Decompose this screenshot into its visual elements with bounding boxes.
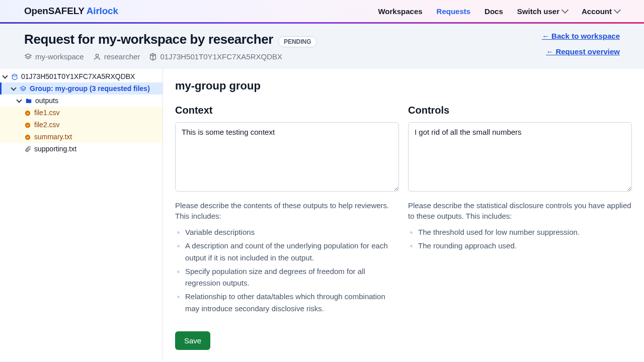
file-status-icon [24,109,31,116]
status-badge: PENDING [278,36,317,47]
page-meta: my-workspace researcher 01J73H501T0Y1XFC… [24,52,317,61]
context-bullet: Relationship to other data/tables which … [185,291,399,314]
nav-switch-user[interactable]: Switch user [517,7,568,16]
page-title: Request for my-workspace by researcher [24,32,273,47]
nav-switch-user-label: Switch user [517,7,559,16]
chevron-down-icon [614,7,621,14]
brand-name: OpenSAFELY [24,6,84,16]
person-icon [93,53,101,61]
top-nav: OpenSAFELY Airlock Workspaces Requests D… [0,0,644,22]
chevron-down-icon [11,85,16,90]
tree-file[interactable]: file2.csv [0,119,163,131]
controls-bullets: The threshold used for low number suppre… [408,226,632,252]
nav-items: Workspaces Requests Docs Switch user Acc… [378,7,620,16]
file-tree: 01J73H501T0Y1XFC7XA5RXQDBX Group: my-gro… [0,68,163,361]
group-heading: my-group group [175,79,632,93]
nav-account-label: Account [582,7,612,16]
context-bullet: Variable descriptions [185,226,399,238]
context-section: Context Please describe the contents of … [175,105,399,350]
nav-workspaces[interactable]: Workspaces [378,7,422,16]
controls-bullet: The threshold used for low number suppre… [418,226,632,238]
context-bullet: A description and count of the underlyin… [185,240,399,263]
context-bullets: Variable descriptions A description and … [175,226,399,314]
tree-group[interactable]: Group: my-group (3 requested files) [0,82,163,95]
brand[interactable]: OpenSAFELY Airlock [24,6,118,17]
controls-textarea[interactable] [408,122,632,192]
controls-bullet: The rounding approach used. [418,240,632,251]
file-status-icon [24,121,31,128]
nav-requests[interactable]: Requests [437,7,471,16]
tree-file-label: file1.csv [34,108,60,118]
tree-root-label: 01J73H501T0Y1XFC7XA5RXQDBX [21,71,135,81]
controls-helper: Please describe the statistical disclosu… [408,200,632,221]
tree-file[interactable]: summary.txt [0,131,163,143]
layers-icon [20,85,27,92]
controls-heading: Controls [408,105,632,116]
main-panel: my-group group Context Please describe t… [163,68,644,361]
nav-docs[interactable]: Docs [485,7,503,16]
request-overview-link[interactable]: ← Request overview [542,47,620,56]
context-heading: Context [175,105,399,116]
meta-user-text: researcher [104,52,140,61]
meta-user: researcher [93,52,140,61]
page-header: Request for my-workspace by researcher P… [0,24,644,68]
chevron-down-icon [2,73,8,78]
tree-folder-label: outputs [35,96,58,106]
tree-supporting-file-label: supporting.txt [34,144,76,154]
cube-icon [149,53,157,61]
layers-icon [24,53,32,61]
context-textarea[interactable] [175,122,399,192]
paperclip-icon [24,145,31,152]
svg-point-0 [96,54,98,56]
meta-workspace: my-workspace [24,52,84,61]
context-bullet: Specify population size and degrees of f… [185,265,399,289]
meta-request-id-text: 01J73H501T0Y1XFC7XA5RXQDBX [160,52,282,61]
save-button[interactable]: Save [175,331,210,350]
tree-folder[interactable]: outputs [0,95,163,107]
context-helper: Please describe the contents of these ou… [175,200,399,221]
brand-product: Airlock [87,6,118,16]
nav-account[interactable]: Account [582,7,620,16]
cube-icon [11,73,18,80]
back-to-workspace-link[interactable]: ← Back to workspace [542,32,620,40]
tree-group-label: Group: my-group (3 requested files) [30,83,150,94]
file-status-icon [24,133,31,140]
meta-request-id: 01J73H501T0Y1XFC7XA5RXQDBX [149,52,282,61]
tree-file-label: file2.csv [34,120,60,130]
controls-section: Controls Please describe the statistical… [408,105,632,350]
folder-icon [25,97,32,104]
tree-supporting-file[interactable]: supporting.txt [0,143,163,155]
chevron-down-icon [16,97,22,103]
tree-file[interactable]: file1.csv [0,107,163,119]
tree-root[interactable]: 01J73H501T0Y1XFC7XA5RXQDBX [0,70,163,82]
tree-file-label: summary.txt [34,132,72,142]
chevron-down-icon [561,7,569,14]
meta-workspace-text: my-workspace [35,52,84,61]
